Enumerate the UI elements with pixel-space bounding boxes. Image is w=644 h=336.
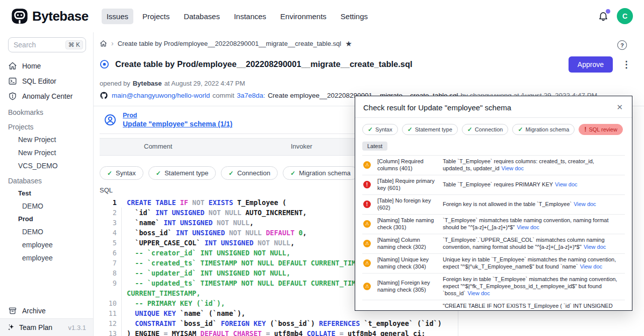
close-icon[interactable]: ✕: [615, 102, 624, 113]
sql-token: =: [164, 329, 172, 336]
stage-task-link[interactable]: Update "employee" schema (1/1): [123, 120, 232, 128]
sql-token: AUTO_INCREMENT,: [246, 209, 307, 217]
line-number: 6: [100, 248, 122, 258]
modal-check-pills-row: Syntax Statement type Connection: [362, 124, 625, 135]
check-pill[interactable]: Migration schema: [283, 166, 358, 180]
sidebar-database-item[interactable]: employee: [0, 251, 93, 264]
stage-environment-link[interactable]: Prod: [123, 112, 232, 119]
github-icon: [100, 91, 108, 100]
sql-token: `name`: [127, 219, 164, 227]
comment-column-header: Comment: [144, 143, 172, 150]
sidebar-item[interactable]: Anomaly Center: [0, 89, 93, 104]
sidebar-item-icon: [8, 77, 17, 86]
view-doc-link[interactable]: View doc: [584, 244, 606, 250]
sidebar-database-item[interactable]: DEMO: [0, 225, 93, 238]
sidebar-section-bookmarks: Bookmarks: [0, 104, 93, 118]
review-rule-row: [Column] Required columns (401) Table `T…: [362, 156, 625, 175]
check-pill[interactable]: Statement type: [148, 166, 216, 180]
sql-token: utf8mb4_general_ci;: [348, 329, 425, 336]
sidebar-database-item[interactable]: Test: [0, 187, 93, 199]
rule-detail-text: Foreign key is not allowed in the table …: [443, 201, 572, 207]
commit-hash-link[interactable]: 3a7e8da:: [237, 92, 265, 99]
line-number: 7: [100, 258, 122, 268]
search-input[interactable]: Search ⌘ K: [8, 37, 86, 52]
sidebar-database-item[interactable]: DEMO: [0, 199, 93, 213]
check-pill[interactable]: Statement type: [402, 124, 458, 135]
sql-token: [127, 319, 135, 327]
check-status-icon: [408, 126, 413, 133]
nav-item[interactable]: Projects: [137, 9, 175, 24]
sidebar-project-item[interactable]: New Project: [0, 146, 93, 159]
review-rule-row: [Naming] Foreign key naming check (305) …: [362, 274, 625, 300]
issue-status-open-icon: [100, 59, 109, 69]
nav-item[interactable]: Environments: [275, 9, 332, 24]
view-doc-link[interactable]: View doc: [555, 181, 577, 187]
user-avatar[interactable]: C: [617, 8, 633, 24]
sql-token: INT UNSIGNED: [176, 229, 229, 237]
sidebar-spacer: [0, 264, 93, 303]
sidebar-database-item[interactable]: employee: [0, 238, 93, 251]
check-status-icon: [228, 169, 233, 177]
opened-prefix: opened by: [100, 80, 130, 87]
check-status-icon: [467, 126, 472, 133]
vcs-branch-link[interactable]: main@changyuwong/hello-world: [112, 92, 210, 99]
left-sidebar: Search ⌘ K Home SQL Editor Anomaly Cente…: [0, 32, 94, 336]
nav-item[interactable]: Instances: [229, 9, 271, 24]
check-pill[interactable]: Connection: [462, 124, 509, 135]
kebab-menu-icon[interactable]: ⋮: [619, 59, 634, 70]
view-doc-link[interactable]: View doc: [502, 165, 524, 171]
view-doc-link[interactable]: View doc: [580, 263, 602, 270]
check-pill[interactable]: Syntax: [100, 166, 143, 180]
search-shortcut-kbd: ⌘ K: [65, 40, 83, 49]
line-number: 5: [100, 238, 122, 248]
severity-icon: [363, 220, 371, 228]
sidebar-item-archive[interactable]: Archive: [0, 303, 93, 318]
review-rule-row: [Table] No foreign key (602) Foreign key…: [362, 195, 625, 215]
notification-bell-icon[interactable]: [598, 11, 609, 22]
sidebar-item[interactable]: Home: [0, 58, 93, 74]
rule-name: [Naming] Table naming check (301): [377, 217, 438, 231]
sql-token: -- `created_ts` TIMESTAMP NOT NULL DEFAU…: [127, 259, 384, 267]
nav-item[interactable]: Settings: [336, 9, 373, 24]
check-pill[interactable]: Migration schema: [512, 124, 575, 135]
assignee-icon: [104, 113, 117, 126]
sidebar-project-item[interactable]: VCS_DEMO: [0, 159, 93, 172]
sql-token: `UPPER_CASE_COL`: [127, 239, 204, 247]
nav-item[interactable]: Databases: [179, 9, 225, 24]
check-pill[interactable]: Connection: [221, 166, 278, 180]
search-placeholder: Search: [14, 41, 36, 49]
home-breadcrumb-icon[interactable]: [100, 40, 107, 47]
rule-detail: `T_Employee`.`UPPER_CASE_COL` mismatches…: [443, 237, 624, 251]
approve-button[interactable]: Approve: [569, 56, 613, 73]
check-status-icon: [584, 126, 586, 133]
help-icon[interactable]: ?: [617, 40, 627, 50]
view-doc-link[interactable]: View doc: [574, 201, 596, 207]
rule-detail: Table `T_Employee` requires PRIMARY KEYV…: [443, 181, 624, 188]
sidebar-database-item[interactable]: Prod: [0, 213, 93, 225]
nav-item[interactable]: Issues: [102, 9, 133, 24]
sql-code-text: CONSTRAINT `boss_id` FOREIGN KEY (`boss_…: [122, 318, 458, 328]
plan-footer[interactable]: Team Plan v1.3.1: [0, 318, 93, 336]
bookmark-star-icon[interactable]: ★: [345, 40, 352, 47]
rule-name: [Naming] Foreign key naming check (305): [377, 280, 438, 294]
view-doc-link[interactable]: View doc: [467, 290, 490, 296]
check-pill-label: Syntax: [375, 126, 392, 132]
sidebar-section-databases: Databases: [0, 172, 93, 187]
sidebar-project-item[interactable]: New Project: [0, 133, 93, 146]
latest-filter-chip[interactable]: Latest: [362, 142, 387, 151]
sql-token: -- `creator_id` INT UNSIGNED NOT NULL,: [127, 249, 290, 257]
sidebar-item[interactable]: SQL Editor: [0, 74, 93, 89]
sql-token: `t_employee` (`id`): [364, 319, 441, 327]
sql-token: INT UNSIGNED: [164, 219, 217, 227]
rule-detail-text: "CREATE TABLE IF NOT EXISTS T_Employee (…: [443, 303, 615, 310]
rule-name: [Table] Require primary key (601): [377, 178, 438, 192]
bytebase-logo[interactable]: Bytebase: [11, 8, 89, 25]
sidebar-item-label: Home: [22, 62, 41, 70]
sql-token: NOT NULL: [258, 239, 290, 247]
sql-token: EXISTS: [209, 198, 237, 207]
check-pill[interactable]: Syntax: [362, 124, 398, 135]
view-doc-link[interactable]: View doc: [517, 224, 539, 230]
sql-token: NOT NULL: [209, 209, 246, 217]
check-pill[interactable]: SQL review: [579, 124, 622, 135]
line-number: 8: [100, 268, 122, 278]
